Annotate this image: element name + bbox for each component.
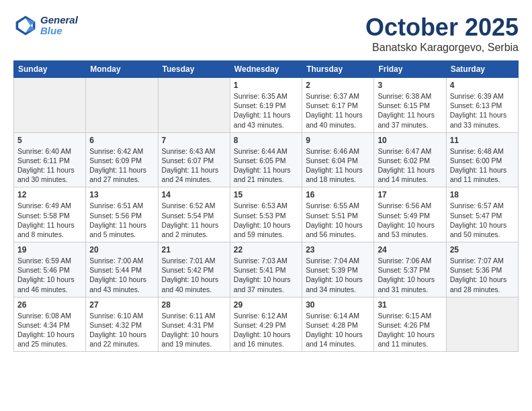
calendar-cell: 22Sunrise: 7:03 AM Sunset: 5:41 PM Dayli… [230, 242, 302, 298]
day-number: 20 [89, 245, 154, 255]
day-info: Sunrise: 6:15 AM Sunset: 4:26 PM Dayligh… [378, 311, 442, 349]
day-info: Sunrise: 7:06 AM Sunset: 5:37 PM Dayligh… [378, 256, 442, 294]
day-number: 18 [450, 190, 515, 199]
day-number: 29 [234, 300, 298, 310]
day-number: 31 [378, 300, 442, 310]
day-info: Sunrise: 7:04 AM Sunset: 5:39 PM Dayligh… [306, 256, 370, 294]
calendar-cell [446, 297, 518, 352]
calendar-cell: 10Sunrise: 6:47 AM Sunset: 6:02 PM Dayli… [374, 132, 446, 187]
day-number: 17 [378, 190, 442, 199]
day-info: Sunrise: 6:37 AM Sunset: 6:17 PM Dayligh… [306, 91, 370, 130]
day-number: 12 [17, 190, 82, 199]
weekday-header: Saturday [446, 61, 518, 78]
day-number: 11 [450, 136, 515, 145]
calendar-cell: 6Sunrise: 6:42 AM Sunset: 6:09 PM Daylig… [86, 132, 158, 187]
day-number: 7 [162, 136, 226, 145]
day-info: Sunrise: 6:42 AM Sunset: 6:09 PM Dayligh… [89, 146, 154, 185]
logo-text: General Blue [40, 15, 78, 37]
calendar-cell: 12Sunrise: 6:49 AM Sunset: 5:58 PM Dayli… [14, 187, 86, 242]
calendar-cell: 19Sunrise: 6:59 AM Sunset: 5:46 PM Dayli… [14, 242, 86, 298]
day-info: Sunrise: 7:00 AM Sunset: 5:44 PM Dayligh… [89, 256, 154, 294]
calendar-cell: 8Sunrise: 6:44 AM Sunset: 6:05 PM Daylig… [230, 132, 302, 187]
day-number: 6 [89, 136, 154, 145]
calendar-cell: 27Sunrise: 6:10 AM Sunset: 4:32 PM Dayli… [86, 297, 158, 352]
day-info: Sunrise: 6:39 AM Sunset: 6:13 PM Dayligh… [450, 91, 515, 130]
weekday-header: Thursday [302, 61, 374, 78]
day-number: 27 [89, 300, 154, 310]
calendar-week-row: 19Sunrise: 6:59 AM Sunset: 5:46 PM Dayli… [14, 242, 519, 298]
title-block: October 2025 Banatsko Karagorgevo, Serbi… [365, 13, 519, 54]
day-info: Sunrise: 6:59 AM Sunset: 5:46 PM Dayligh… [17, 256, 82, 294]
day-info: Sunrise: 6:10 AM Sunset: 4:32 PM Dayligh… [89, 311, 154, 349]
day-info: Sunrise: 6:44 AM Sunset: 6:05 PM Dayligh… [234, 146, 298, 185]
weekday-header: Sunday [14, 61, 86, 78]
day-info: Sunrise: 6:43 AM Sunset: 6:07 PM Dayligh… [162, 146, 226, 185]
day-number: 4 [450, 81, 515, 90]
day-info: Sunrise: 6:40 AM Sunset: 6:11 PM Dayligh… [17, 146, 82, 185]
day-number: 23 [306, 245, 370, 255]
calendar-cell: 16Sunrise: 6:55 AM Sunset: 5:51 PM Dayli… [302, 187, 374, 242]
weekday-header: Monday [86, 61, 158, 78]
day-number: 30 [306, 300, 370, 310]
calendar-cell: 5Sunrise: 6:40 AM Sunset: 6:11 PM Daylig… [14, 132, 86, 187]
calendar-week-row: 12Sunrise: 6:49 AM Sunset: 5:58 PM Dayli… [14, 187, 519, 242]
calendar-week-row: 26Sunrise: 6:08 AM Sunset: 4:34 PM Dayli… [14, 297, 519, 352]
calendar-cell: 15Sunrise: 6:53 AM Sunset: 5:53 PM Dayli… [230, 187, 302, 242]
day-number: 9 [306, 136, 370, 145]
day-number: 14 [162, 190, 226, 199]
day-info: Sunrise: 6:49 AM Sunset: 5:58 PM Dayligh… [17, 201, 82, 239]
day-number: 13 [89, 190, 154, 199]
day-number: 19 [17, 245, 82, 255]
day-info: Sunrise: 6:08 AM Sunset: 4:34 PM Dayligh… [17, 311, 82, 349]
calendar-cell [14, 78, 86, 133]
month-title: October 2025 [365, 13, 519, 42]
day-number: 1 [234, 81, 298, 90]
page-header: General Blue October 2025 Banatsko Karag… [13, 13, 519, 54]
weekday-header-row: SundayMondayTuesdayWednesdayThursdayFrid… [14, 61, 519, 78]
calendar-cell: 3Sunrise: 6:38 AM Sunset: 6:15 PM Daylig… [374, 78, 446, 133]
day-info: Sunrise: 6:14 AM Sunset: 4:28 PM Dayligh… [306, 311, 370, 349]
calendar-cell: 28Sunrise: 6:11 AM Sunset: 4:31 PM Dayli… [158, 297, 230, 352]
day-info: Sunrise: 6:55 AM Sunset: 5:51 PM Dayligh… [306, 201, 370, 239]
calendar-cell: 7Sunrise: 6:43 AM Sunset: 6:07 PM Daylig… [158, 132, 230, 187]
calendar-cell: 4Sunrise: 6:39 AM Sunset: 6:13 PM Daylig… [446, 78, 518, 133]
calendar-cell: 23Sunrise: 7:04 AM Sunset: 5:39 PM Dayli… [302, 242, 374, 298]
calendar-cell: 24Sunrise: 7:06 AM Sunset: 5:37 PM Dayli… [374, 242, 446, 298]
day-number: 24 [378, 245, 442, 255]
calendar-cell: 30Sunrise: 6:14 AM Sunset: 4:28 PM Dayli… [302, 297, 374, 352]
calendar-cell: 31Sunrise: 6:15 AM Sunset: 4:26 PM Dayli… [374, 297, 446, 352]
day-number: 26 [17, 300, 82, 310]
day-info: Sunrise: 6:52 AM Sunset: 5:54 PM Dayligh… [162, 201, 226, 239]
day-number: 21 [162, 245, 226, 255]
day-number: 22 [234, 245, 298, 255]
calendar-cell: 17Sunrise: 6:56 AM Sunset: 5:49 PM Dayli… [374, 187, 446, 242]
day-number: 5 [17, 136, 82, 145]
calendar-cell: 13Sunrise: 6:51 AM Sunset: 5:56 PM Dayli… [86, 187, 158, 242]
day-number: 8 [234, 136, 298, 145]
day-number: 3 [378, 81, 442, 90]
day-info: Sunrise: 6:53 AM Sunset: 5:53 PM Dayligh… [234, 201, 298, 239]
day-number: 25 [450, 245, 515, 255]
day-info: Sunrise: 6:51 AM Sunset: 5:56 PM Dayligh… [89, 201, 154, 239]
day-number: 28 [162, 300, 226, 310]
calendar-cell: 14Sunrise: 6:52 AM Sunset: 5:54 PM Dayli… [158, 187, 230, 242]
day-info: Sunrise: 6:48 AM Sunset: 6:00 PM Dayligh… [450, 146, 515, 185]
calendar-cell: 21Sunrise: 7:01 AM Sunset: 5:42 PM Dayli… [158, 242, 230, 298]
day-info: Sunrise: 6:57 AM Sunset: 5:47 PM Dayligh… [450, 201, 515, 239]
day-number: 2 [306, 81, 370, 90]
weekday-header: Tuesday [158, 61, 230, 78]
location-subtitle: Banatsko Karagorgevo, Serbia [365, 42, 519, 54]
calendar-week-row: 1Sunrise: 6:35 AM Sunset: 6:19 PM Daylig… [14, 78, 519, 133]
calendar-cell [158, 78, 230, 133]
calendar-cell: 18Sunrise: 6:57 AM Sunset: 5:47 PM Dayli… [446, 187, 518, 242]
day-info: Sunrise: 6:38 AM Sunset: 6:15 PM Dayligh… [378, 91, 442, 130]
calendar-cell: 26Sunrise: 6:08 AM Sunset: 4:34 PM Dayli… [14, 297, 86, 352]
calendar-cell: 20Sunrise: 7:00 AM Sunset: 5:44 PM Dayli… [86, 242, 158, 298]
day-info: Sunrise: 7:01 AM Sunset: 5:42 PM Dayligh… [162, 256, 226, 294]
calendar-cell: 29Sunrise: 6:12 AM Sunset: 4:29 PM Dayli… [230, 297, 302, 352]
calendar-week-row: 5Sunrise: 6:40 AM Sunset: 6:11 PM Daylig… [14, 132, 519, 187]
calendar-cell [86, 78, 158, 133]
day-info: Sunrise: 6:46 AM Sunset: 6:04 PM Dayligh… [306, 146, 370, 185]
day-info: Sunrise: 6:47 AM Sunset: 6:02 PM Dayligh… [378, 146, 442, 185]
day-info: Sunrise: 6:56 AM Sunset: 5:49 PM Dayligh… [378, 201, 442, 239]
